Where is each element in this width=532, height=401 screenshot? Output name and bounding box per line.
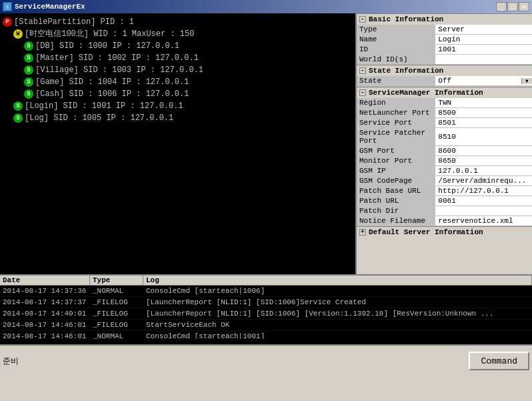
tree-badge: S (13, 113, 23, 123)
state-row: State Off ▼ (357, 76, 532, 86)
state-info-title: State Information (369, 67, 443, 75)
sm-info-row: Patch URL0061 (357, 195, 532, 206)
state-label: State (357, 76, 435, 86)
tree-item[interactable]: S[Login] SID : 1001 IP : 127.0.0.1 (3, 100, 353, 112)
tree-label: [时空电信100北] WID : 1 MaxUser : 150 (25, 28, 194, 40)
title-bar: S ServiceManagerEx _ □ ✕ (0, 0, 532, 13)
sm-info-row: Patch Base URLhttp://127.0.0.1 (357, 185, 532, 195)
log-row[interactable]: 2014-08-17 14:37:37_FILELOG[LauncherRepo… (0, 297, 532, 308)
state-value-cell: Off ▼ (435, 76, 532, 86)
sm-info-row: Patch Dir (357, 206, 532, 216)
tree-label: [Master] SID : 1002 IP : 127.0.0.1 (35, 52, 199, 64)
sm-info-row: Monitor Port8650 (357, 155, 532, 165)
tree-item[interactable]: W[时空电信100北] WID : 1 MaxUser : 150 (3, 28, 353, 40)
tree-label: [StablePartition] PID : 1 (14, 16, 134, 28)
close-button[interactable]: ✕ (519, 2, 529, 11)
log-row[interactable]: 2014-08-17 14:46:01_FILELOGStartServiceE… (0, 320, 532, 331)
command-button[interactable]: Command (469, 352, 529, 370)
log-rows: 2014-08-17 14:37:36_NORMALConsoleCmd [st… (0, 286, 532, 339)
basic-info-collapse[interactable]: - (359, 16, 366, 23)
tree-item[interactable]: S[Village] SID : 1003 IP : 127.0.0.1 (3, 64, 353, 76)
tree-badge: S (24, 53, 33, 63)
tree-badge: W (13, 29, 23, 39)
log-header: Date Type Log (0, 276, 532, 286)
log-date-header: Date (0, 276, 90, 285)
window-controls[interactable]: _ □ ✕ (496, 2, 529, 11)
state-dropdown[interactable]: ▼ (521, 78, 532, 84)
state-value: Off (435, 76, 521, 85)
status-text: 준비 (3, 356, 19, 367)
basic-info-table: TypeServerNameLoginID1001World ID(s) (357, 25, 532, 65)
default-server-info-title: Default Server Information (369, 228, 483, 236)
tree-badge: S (24, 41, 33, 51)
minimize-button[interactable]: _ (496, 2, 507, 11)
basic-info-row: World ID(s) (357, 55, 532, 65)
log-log-header: Log (143, 276, 532, 285)
tree-label: [DB] SID : 1000 IP : 127.0.0.1 (35, 40, 179, 52)
tree-badge: S (24, 77, 33, 87)
tree-item[interactable]: P[StablePartition] PID : 1 (3, 16, 353, 28)
tree-label: [Village] SID : 1003 IP : 127.0.0.1 (35, 64, 203, 76)
log-row[interactable]: 2014-08-17 14:37:36_NORMALConsoleCmd [st… (0, 286, 532, 297)
tree-label: [Login] SID : 1001 IP : 127.0.0.1 (25, 100, 183, 112)
basic-info-row: TypeServer (357, 25, 532, 35)
status-bar: 준비 Command (0, 344, 532, 376)
tree-label: [Cash] SID : 1006 IP : 127.0.0.1 (35, 88, 189, 100)
default-server-info-collapse[interactable]: + (359, 229, 366, 236)
main-container: P[StablePartition] PID : 1W[时空电信100北] WI… (0, 13, 532, 274)
tree-item[interactable]: S[Cash] SID : 1006 IP : 127.0.0.1 (3, 88, 353, 100)
tree-label: [Game] SID : 1004 IP : 127.0.0.1 (35, 76, 189, 88)
sm-info-row: RegionTWN (357, 98, 532, 108)
servicemanager-info-header: - ServiceManager Information (357, 87, 532, 98)
tree-item[interactable]: S[DB] SID : 1000 IP : 127.0.0.1 (3, 40, 353, 52)
tree-item[interactable]: S[Master] SID : 1002 IP : 127.0.0.1 (3, 52, 353, 64)
tree-item[interactable]: S[Log] SID : 1005 IP : 127.0.0.1 (3, 112, 353, 124)
tree-label: [Log] SID : 1005 IP : 127.0.0.1 (25, 112, 173, 124)
log-row[interactable]: 2014-08-17 14:40:01_FILELOG[LauncherRepo… (0, 308, 532, 320)
tree-badge: S (13, 101, 23, 111)
maximize-button[interactable]: □ (507, 2, 518, 11)
tree-badge: S (24, 89, 33, 99)
right-panel: - Basic Information TypeServerNameLoginI… (355, 13, 532, 274)
service-tree: P[StablePartition] PID : 1W[时空电信100北] WI… (0, 13, 355, 274)
app-title: ServiceManagerEx (15, 3, 85, 11)
tree-item[interactable]: S[Game] SID : 1004 IP : 127.0.0.1 (3, 76, 353, 88)
basic-info-title: Basic Information (369, 15, 443, 23)
tree-badge: S (24, 65, 33, 75)
sm-info-row: NetLauncher Port8500 (357, 107, 532, 117)
default-server-info-header: + Default Server Information (357, 226, 532, 238)
servicemanager-info-title: ServiceManager Information (369, 89, 483, 97)
sm-info-row: Service Port8501 (357, 117, 532, 127)
state-info-header: - State Information (357, 65, 532, 76)
log-row[interactable]: 2014-08-17 14:46:01_NORMALConsoleCmd [st… (0, 331, 532, 339)
log-type-header: Type (90, 276, 143, 285)
basic-info-header: - Basic Information (357, 13, 532, 25)
servicemanager-info-table: RegionTWNNetLauncher Port8500Service Por… (357, 98, 532, 226)
sm-info-row: GSM Port8600 (357, 145, 532, 155)
sm-info-row: Service Patcher Port8510 (357, 127, 532, 145)
sm-info-row: GSM CodePage/Server/adminrequ... (357, 175, 532, 185)
basic-info-row: ID1001 (357, 45, 532, 55)
basic-info-row: NameLogin (357, 35, 532, 45)
sm-info-row: Notice Filenamereservenotice.xml (357, 216, 532, 226)
state-info-collapse[interactable]: - (359, 67, 366, 74)
sm-info-row: GSM IP127.0.0.1 (357, 165, 532, 175)
log-area: Date Type Log 2014-08-17 14:37:36_NORMAL… (0, 274, 532, 344)
app-icon: S (3, 2, 12, 11)
servicemanager-info-collapse[interactable]: - (359, 89, 366, 96)
state-info-table: State Off ▼ (357, 76, 532, 87)
tree-badge: P (3, 17, 12, 27)
